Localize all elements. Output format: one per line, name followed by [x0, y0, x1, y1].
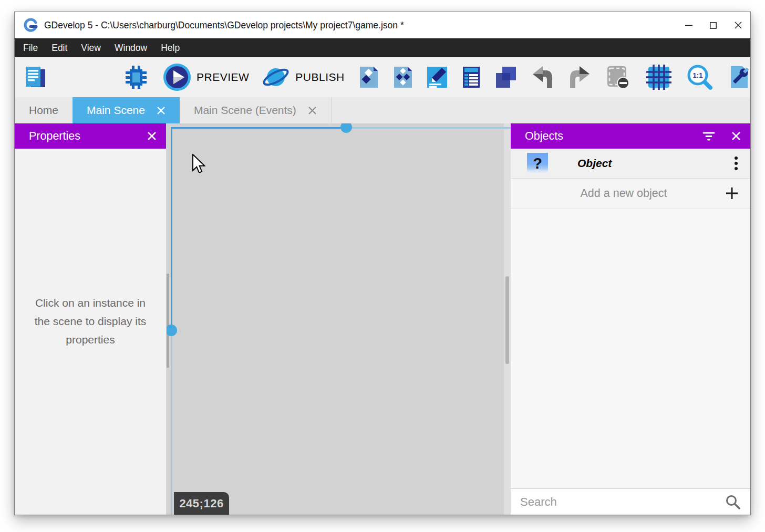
- mouse-cursor-icon: [192, 154, 205, 174]
- publish-button[interactable]: PUBLISH: [262, 63, 344, 91]
- close-panel-icon[interactable]: [731, 131, 741, 141]
- add-object-row[interactable]: Add a new object: [511, 179, 750, 208]
- tab-close-icon[interactable]: [157, 106, 166, 115]
- project-manager-button[interactable]: [22, 64, 48, 90]
- object-groups-button[interactable]: [390, 65, 416, 90]
- properties-panel-title: Properties: [29, 130, 80, 143]
- scene-window-border-left-light: [171, 330, 172, 515]
- properties-panel: Properties Click on an instance in the s…: [15, 123, 167, 515]
- wrench-icon: [726, 64, 752, 90]
- debugger-bug-icon: [123, 64, 149, 90]
- tab-main-scene-events[interactable]: Main Scene (Events): [180, 97, 332, 123]
- preview-button[interactable]: PREVIEW: [163, 63, 249, 91]
- properties-empty-message: Click on an instance in the scene to dis…: [27, 294, 153, 349]
- object-list-item[interactable]: ? Object: [511, 149, 750, 179]
- canvas-vertical-scrollbar[interactable]: [505, 276, 509, 364]
- search-input[interactable]: [520, 495, 725, 509]
- instances-list-icon: [459, 65, 484, 90]
- toolbar: PREVIEW PUBLISH: [15, 57, 750, 97]
- minimize-button[interactable]: [676, 12, 701, 38]
- scene-window-border-top: [171, 127, 343, 129]
- zoom-1-1-icon: 1:1: [686, 64, 714, 91]
- undo-icon: [531, 64, 557, 90]
- tab-home[interactable]: Home: [15, 97, 73, 123]
- window-mask-icon: [604, 64, 632, 91]
- edit-pencil-icon: [425, 65, 450, 90]
- plus-icon[interactable]: [725, 186, 739, 200]
- zoom-ratio-label: 1:1: [692, 71, 702, 79]
- add-object-label: Add a new object: [522, 187, 725, 200]
- filter-icon[interactable]: [702, 131, 716, 141]
- gdevelop-logo-icon: [24, 18, 38, 33]
- tab-label: Main Scene: [87, 104, 145, 117]
- search-icon[interactable]: [725, 494, 741, 510]
- object-name: Object: [577, 157, 733, 170]
- settings-button[interactable]: [726, 64, 752, 90]
- grid-icon: [646, 64, 672, 90]
- menu-file[interactable]: File: [16, 38, 45, 57]
- publish-label: PUBLISH: [295, 71, 344, 84]
- tab-bar: Home Main Scene Main Scene (Events): [15, 97, 750, 123]
- menu-edit[interactable]: Edit: [45, 38, 74, 57]
- scene-properties-button[interactable]: [425, 65, 450, 90]
- objects-panel-header: Objects: [511, 123, 750, 149]
- tab-main-scene[interactable]: Main Scene: [73, 97, 180, 123]
- instances-list-button[interactable]: [459, 65, 484, 90]
- publish-globe-icon: [262, 63, 290, 91]
- scene-window-border-left: [171, 127, 172, 330]
- cursor-coordinates-badge: 245;126: [174, 492, 229, 515]
- menu-window[interactable]: Window: [108, 38, 154, 57]
- close-icon: [735, 22, 742, 29]
- project-manager-icon: [22, 64, 48, 90]
- title-bar[interactable]: GDevelop 5 - C:\Users\charburg\Documents…: [15, 12, 750, 38]
- properties-panel-header: Properties: [15, 123, 166, 149]
- redo-icon: [565, 64, 592, 90]
- close-button[interactable]: [726, 12, 750, 38]
- objects-search-bar: [511, 488, 750, 515]
- play-icon: [163, 63, 191, 91]
- menu-bar: File Edit View Window Help: [15, 38, 750, 57]
- properties-panel-body: Click on an instance in the scene to dis…: [15, 149, 166, 515]
- unknown-object-icon: ?: [527, 153, 548, 174]
- kebab-menu-icon[interactable]: [733, 156, 739, 171]
- grid-button[interactable]: [646, 64, 672, 90]
- maximize-button[interactable]: [701, 12, 726, 38]
- window-title: GDevelop 5 - C:\Users\charburg\Documents…: [44, 20, 404, 31]
- menu-help[interactable]: Help: [154, 38, 187, 57]
- tab-label: Main Scene (Events): [194, 104, 296, 117]
- debugger-button[interactable]: [123, 64, 149, 90]
- undo-button[interactable]: [531, 64, 557, 90]
- window-mask-button[interactable]: [604, 64, 632, 91]
- objects-editor-icon: [356, 65, 381, 90]
- layers-icon: [493, 65, 518, 90]
- tab-label: Home: [29, 104, 58, 117]
- menu-view[interactable]: View: [74, 38, 108, 57]
- scene-canvas[interactable]: 245;126: [167, 123, 511, 515]
- maximize-icon: [710, 22, 717, 29]
- preview-label: PREVIEW: [197, 71, 249, 84]
- objects-list-empty-area: [511, 208, 750, 488]
- tab-close-icon[interactable]: [308, 106, 317, 115]
- redo-button[interactable]: [565, 64, 592, 90]
- close-panel-icon[interactable]: [147, 131, 157, 141]
- canvas-vertical-scrollbar-left[interactable]: [167, 274, 169, 368]
- objects-panel: Objects ? Obje: [511, 123, 750, 515]
- object-groups-icon: [390, 65, 416, 90]
- layers-button[interactable]: [493, 65, 518, 90]
- objects-editor-button[interactable]: [356, 65, 381, 90]
- resize-handle-top[interactable]: [340, 123, 352, 133]
- content-area: Properties Click on an instance in the s…: [15, 123, 750, 515]
- zoom-original-button[interactable]: 1:1: [686, 64, 714, 91]
- resize-handle-left[interactable]: [167, 325, 177, 336]
- scene-window-border-top-light: [343, 127, 511, 129]
- minimize-icon: [685, 25, 692, 26]
- objects-panel-title: Objects: [525, 130, 563, 143]
- gdevelop-window: GDevelop 5 - C:\Users\charburg\Documents…: [14, 12, 751, 515]
